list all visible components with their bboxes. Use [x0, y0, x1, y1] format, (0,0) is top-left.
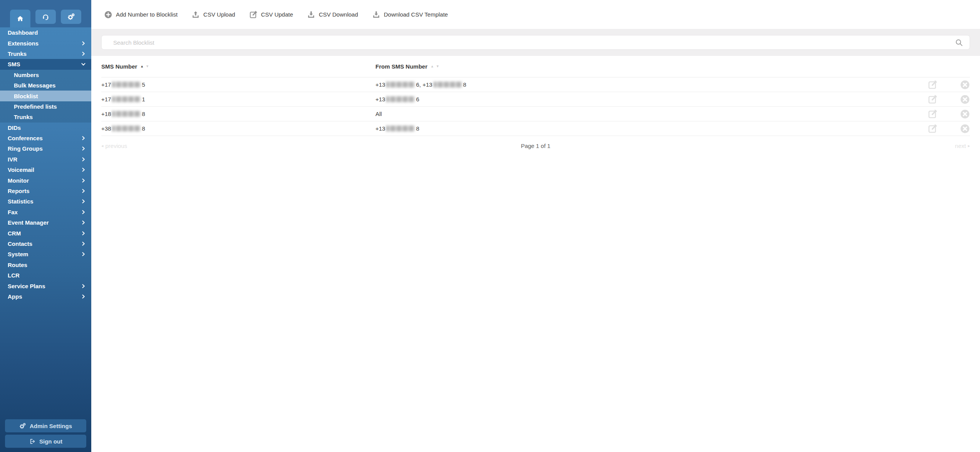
redacted-number-segment	[112, 111, 141, 117]
sidebar-item-apps[interactable]: Apps	[0, 291, 91, 302]
sidebar-item-label: Reports	[8, 188, 30, 194]
sidebar-item-dids[interactable]: DIDs	[0, 123, 91, 133]
sidebar-item-statistics[interactable]: Statistics	[0, 196, 91, 207]
sort-control: ▲▼	[140, 65, 149, 68]
search-strip	[91, 29, 980, 56]
column-header-from-sms-number[interactable]: From SMS Number ▲▼	[375, 63, 928, 70]
column-label-sms-number: SMS Number	[101, 63, 137, 70]
redacted-number-segment	[386, 82, 415, 87]
row-delete-button[interactable]	[960, 94, 970, 104]
cell-actions	[928, 80, 970, 90]
pagination: ◂ previous Page 1 of 1 next ▸	[101, 136, 970, 155]
sidebar-item-bulk-messages[interactable]: Bulk Messages	[0, 80, 91, 91]
toolbar-button-csv-download[interactable]: CSV Download	[307, 10, 358, 19]
sidebar-item-system[interactable]: System	[0, 249, 91, 259]
row-edit-button[interactable]	[928, 94, 938, 104]
edit-icon	[928, 124, 938, 134]
previous-arrow-icon: ◂	[101, 143, 104, 148]
sidebar-item-label: DIDs	[8, 124, 21, 131]
headset-icon	[42, 13, 49, 20]
chevron-right-icon	[81, 188, 86, 193]
sign-out-button[interactable]: Sign out	[5, 435, 86, 448]
sort-ascending-icon[interactable]: ▲	[431, 65, 434, 68]
sidebar-item-fax[interactable]: Fax	[0, 207, 91, 217]
sort-descending-icon[interactable]: ▼	[146, 65, 149, 68]
sidebar-item-label: Apps	[8, 293, 22, 300]
sidebar-item-crm[interactable]: CRM	[0, 228, 91, 238]
cell-sms-number: +171	[101, 96, 375, 102]
sidebar-item-routes[interactable]: Routes	[0, 260, 91, 270]
delete-icon	[960, 80, 970, 90]
row-edit-button[interactable]	[928, 109, 938, 119]
table-row: +175+136, +138	[101, 77, 970, 92]
sort-ascending-icon[interactable]: ▲	[140, 65, 144, 68]
search-icon[interactable]	[955, 39, 963, 47]
sidebar-item-monitor[interactable]: Monitor	[0, 175, 91, 185]
table-body: +175+136, +138+171+136+188All+388+138	[101, 77, 970, 136]
app-window: DashboardExtensionsTrunksSMSNumbersBulk …	[0, 0, 980, 452]
cell-actions	[928, 94, 970, 104]
sidebar-item-trunks[interactable]: Trunks	[0, 112, 91, 122]
sidebar-item-sms[interactable]: SMS	[0, 59, 91, 69]
gears-icon	[67, 13, 75, 20]
sidebar-item-label: Numbers	[14, 72, 39, 78]
sidebar-item-label: IVR	[8, 156, 17, 163]
delete-icon	[960, 124, 970, 134]
search-input[interactable]	[102, 35, 970, 49]
column-header-sms-number[interactable]: SMS Number ▲▼	[101, 63, 375, 70]
row-delete-button[interactable]	[960, 109, 970, 119]
row-edit-button[interactable]	[928, 124, 938, 134]
sidebar-item-event-manager[interactable]: Event Manager	[0, 217, 91, 228]
sort-descending-icon[interactable]: ▼	[436, 65, 439, 68]
tab-home[interactable]	[10, 10, 30, 27]
sidebar-item-voicemail[interactable]: Voicemail	[0, 165, 91, 175]
sidebar-item-label: Statistics	[8, 198, 34, 205]
cell-sms-number: +388	[101, 125, 375, 132]
table-row: +171+136	[101, 92, 970, 107]
sidebar-item-blocklist[interactable]: Blocklist	[0, 91, 91, 101]
admin-settings-button[interactable]: Admin Settings	[5, 419, 86, 432]
chevron-right-icon	[81, 284, 86, 289]
chevron-right-icon	[81, 252, 86, 257]
row-delete-button[interactable]	[960, 124, 970, 134]
toolbar-button-csv-upload[interactable]: CSV Upload	[191, 10, 235, 19]
next-page-button[interactable]: next ▸	[955, 143, 970, 149]
sidebar-item-label: Voicemail	[8, 166, 34, 173]
toolbar-button-download-csv-template[interactable]: Download CSV Template	[372, 10, 448, 19]
sidebar-item-label: Contacts	[8, 240, 32, 247]
gears-icon	[19, 423, 26, 429]
previous-label: previous	[106, 143, 127, 149]
sidebar-item-reports[interactable]: Reports	[0, 186, 91, 196]
edit-icon	[928, 80, 938, 90]
sidebar-item-label: Routes	[8, 262, 27, 268]
sidebar-item-label: CRM	[8, 230, 21, 237]
sidebar-item-contacts[interactable]: Contacts	[0, 239, 91, 249]
toolbar-button-csv-update[interactable]: CSV Update	[249, 10, 293, 19]
sidebar-item-conferences[interactable]: Conferences	[0, 133, 91, 143]
tab-support[interactable]	[35, 10, 56, 24]
row-edit-button[interactable]	[928, 80, 938, 90]
sidebar-item-service-plans[interactable]: Service Plans	[0, 281, 91, 291]
tab-settings[interactable]	[61, 10, 81, 24]
download-icon	[372, 10, 380, 19]
chevron-right-icon	[81, 136, 86, 141]
sign-out-icon	[29, 438, 35, 445]
edit-icon	[249, 10, 258, 19]
cell-sms-number: +175	[101, 81, 375, 88]
sidebar-item-label: Blocklist	[14, 93, 38, 99]
chevron-right-icon	[81, 146, 86, 151]
sidebar-item-label: Monitor	[8, 177, 29, 184]
sidebar-item-ring-groups[interactable]: Ring Groups	[0, 143, 91, 154]
row-delete-button[interactable]	[960, 80, 970, 90]
previous-page-button[interactable]: ◂ previous	[101, 143, 127, 149]
sidebar-item-numbers[interactable]: Numbers	[0, 70, 91, 80]
sidebar-item-extensions[interactable]: Extensions	[0, 38, 91, 48]
sidebar-item-predefined-lists[interactable]: Predefined lists	[0, 101, 91, 112]
toolbar-button-add-number-to-blocklist[interactable]: Add Number to Blocklist	[104, 10, 178, 19]
admin-settings-label: Admin Settings	[30, 423, 72, 429]
sidebar-item-trunks[interactable]: Trunks	[0, 49, 91, 59]
sidebar-item-label: Dashboard	[8, 29, 38, 36]
sidebar-item-lcr[interactable]: LCR	[0, 270, 91, 281]
sidebar-item-ivr[interactable]: IVR	[0, 154, 91, 165]
sidebar-item-dashboard[interactable]: Dashboard	[0, 27, 91, 38]
